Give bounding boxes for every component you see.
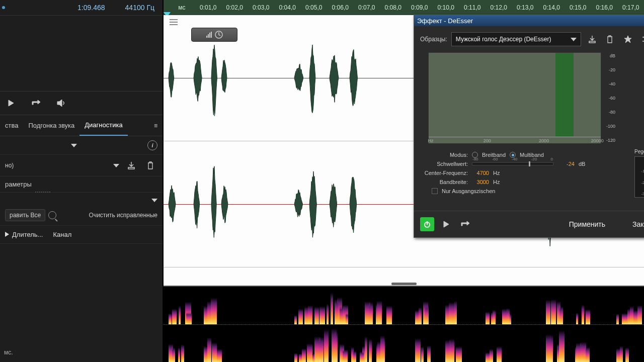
tl-tick: 0:15,0 xyxy=(565,4,592,11)
save-preset-icon[interactable] xyxy=(585,33,599,46)
panel-resize-handle[interactable] xyxy=(391,283,417,285)
info-icon[interactable]: i xyxy=(147,140,157,150)
tl-tick: 0:13,0 xyxy=(512,4,539,11)
tl-tick: 0:07,0 xyxy=(354,4,380,11)
preset-select[interactable]: Мужской голос Деэссер (DeEsser) xyxy=(451,32,581,46)
mode-label: Modus: xyxy=(420,152,468,158)
play-button[interactable] xyxy=(4,97,18,110)
zoom-icon[interactable] xyxy=(48,211,56,219)
delete-preset-icon[interactable] xyxy=(603,33,617,46)
spectrogram-right xyxy=(164,325,644,362)
favorite-icon[interactable] xyxy=(621,33,635,46)
mute-button[interactable] xyxy=(54,97,68,110)
side-panel: 1:09.468 44100 Гц ства Подгонка звука Ди… xyxy=(0,0,164,362)
db-scale: dB -20 -40 -60 -80 -100 -120 xyxy=(603,52,615,144)
threshold-row: Schwellwert: -80 -60 -40 -20 0 xyxy=(420,161,624,167)
only-sibilance-checkbox[interactable] xyxy=(432,188,438,194)
cancel-button[interactable]: Закрыть xyxy=(621,216,644,232)
tl-tick: 0:16,0 xyxy=(591,4,618,11)
y-tick: -120 xyxy=(603,138,615,143)
parameters-section[interactable]: раметры xyxy=(0,176,163,193)
center-freq-row: Center-Frequenz: 4700 Hz xyxy=(420,170,624,176)
delete-preset-icon[interactable] xyxy=(143,159,157,172)
band-label: Bandbreite: xyxy=(420,179,468,185)
parameter-controls: Modus: Breitband Multiband Schwellwert: … xyxy=(420,149,624,205)
output-sibilance-row: Nur Ausgangszischen xyxy=(420,188,624,194)
spectrogram-panel[interactable] xyxy=(164,286,644,362)
status-bar: мс. xyxy=(0,343,163,362)
x-tick: 200 xyxy=(484,138,491,143)
tl-tick: 0:11,0 xyxy=(459,4,486,11)
reduction-value: 0,0 dB xyxy=(634,199,644,205)
col-duration[interactable]: Длитель... xyxy=(12,231,43,238)
center-label: Center-Frequenz: xyxy=(420,170,468,176)
threshold-slider[interactable]: -80 -60 -40 -20 0 xyxy=(472,162,553,165)
threshold-slider[interactable] xyxy=(5,196,157,199)
power-toggle[interactable] xyxy=(420,217,434,231)
center-unit: Hz xyxy=(493,170,501,176)
reduction-label: Pegelabsenkung xyxy=(634,149,644,154)
duration-readout: 1:09.468 xyxy=(77,4,105,12)
ab-compare-icon[interactable] xyxy=(639,33,644,46)
tl-tick: 0:08,0 xyxy=(380,4,407,11)
col-channel[interactable]: Канал xyxy=(53,231,71,238)
x-tick: 20000 xyxy=(591,138,604,143)
tl-tick: 0:10,0 xyxy=(433,4,459,11)
samplerate-readout: 44100 Гц xyxy=(125,4,154,12)
download-preset-icon[interactable] xyxy=(124,159,138,172)
tl-tick: 0:02,0 xyxy=(221,4,248,11)
timeline-ruler[interactable]: мс 0:01,0 0:02,0 0:03,0 0:04,0 0:05,0 0:… xyxy=(164,0,644,15)
slider-tick: 0 xyxy=(551,157,553,161)
tab-properties[interactable]: ства xyxy=(0,116,23,135)
tab-diagnostics[interactable]: Диагностика xyxy=(79,115,127,136)
meter-tick: -10 xyxy=(636,169,644,173)
slider-tick: -80 xyxy=(472,157,478,161)
preset-label: Образцы: xyxy=(420,36,447,43)
y-tick: -60 xyxy=(603,96,615,101)
preset-dropdown[interactable] xyxy=(113,164,119,167)
clear-fixed-button[interactable]: Очистить исправленные xyxy=(89,212,157,219)
dialog-titlebar[interactable]: Эффект - DeEsser × xyxy=(414,15,644,26)
threshold-value[interactable]: -24 xyxy=(557,161,575,167)
dialog-title-text: Эффект - DeEsser xyxy=(417,17,473,25)
x-tick: 2000 xyxy=(539,138,549,143)
panel-menu-icon[interactable]: ≡ xyxy=(149,116,163,135)
frequency-graph[interactable]: Hz 200 2000 20000 xyxy=(428,52,601,144)
y-tick: -80 xyxy=(603,110,615,115)
only-sibilance-label: Nur Ausgangszischen xyxy=(442,188,495,194)
slider-tick: -40 xyxy=(512,157,518,161)
preview-loop-button[interactable] xyxy=(458,218,472,231)
reduction-meter: Pegelabsenkung 0 -10 -20 -30 0,0 dB xyxy=(634,149,644,205)
slider-tick: -60 xyxy=(492,157,498,161)
status-text: мс. xyxy=(4,349,13,356)
fix-all-button[interactable]: равить Все xyxy=(5,209,45,221)
dialog-footer: Применить Закрыть xyxy=(414,211,644,237)
apply-button[interactable]: Применить xyxy=(558,216,616,232)
meter-tick: -30 xyxy=(636,192,644,196)
tl-tick: 0:06,0 xyxy=(327,4,354,11)
status-dot xyxy=(2,6,5,9)
tl-tick: 0:05,0 xyxy=(301,4,328,11)
deesser-dialog: Эффект - DeEsser × Образцы: Мужской голо… xyxy=(414,15,644,238)
meter-tick: 0 xyxy=(636,158,644,162)
band-unit: Hz xyxy=(493,179,501,185)
effect-dropdown[interactable] xyxy=(71,144,77,147)
effect-select-row: i xyxy=(0,136,163,155)
preset-selected: Мужской голос Деэссер (DeEsser) xyxy=(456,36,551,43)
results-header: Длитель... Канал xyxy=(0,226,163,244)
center-value[interactable]: 4700 xyxy=(472,170,489,176)
threshold-label: Schwellwert: xyxy=(420,161,468,167)
param-dropdown[interactable] xyxy=(151,199,157,202)
slider-tick: -20 xyxy=(531,157,537,161)
diagnostic-actions: равить Все Очистить исправленные xyxy=(0,205,163,226)
loop-button[interactable] xyxy=(29,97,43,110)
preview-play-button[interactable] xyxy=(439,218,453,231)
preset-row: Образцы: Мужской голос Деэссер (DeEsser) xyxy=(420,32,644,46)
y-tick: -20 xyxy=(603,67,615,72)
bandwidth-row: Bandbreite: 3000 Hz xyxy=(420,179,624,185)
editor-area: мс 0:01,0 0:02,0 0:03,0 0:04,0 0:05,0 0:… xyxy=(164,0,644,362)
band-value[interactable]: 3000 xyxy=(472,179,489,185)
parameters-label: раметры xyxy=(5,180,32,188)
transport-row xyxy=(0,91,163,115)
tab-audio-fit[interactable]: Подгонка звука xyxy=(23,116,79,135)
